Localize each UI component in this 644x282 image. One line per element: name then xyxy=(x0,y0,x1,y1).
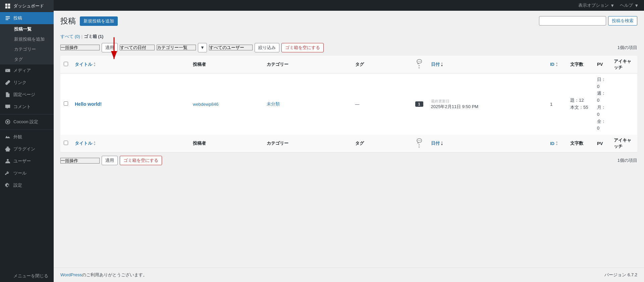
sidebar-item-users[interactable]: ユーザー xyxy=(0,155,54,167)
col-header-chars: 文字数 xyxy=(567,56,594,74)
sort-title-link[interactable]: タイトル ▲▼ xyxy=(75,61,186,67)
empty-trash-button-top[interactable]: ゴミ箱を空にする xyxy=(281,43,324,52)
chevron-down-icon: ▼ xyxy=(610,3,614,8)
empty-trash-button-bottom[interactable]: ゴミ箱を空にする xyxy=(120,156,162,165)
pages-icon xyxy=(5,92,11,98)
sidebar-item-appearance[interactable]: 外観 xyxy=(0,131,54,143)
svg-rect-3 xyxy=(8,6,10,8)
sort-arrows-comment: ▲▼ xyxy=(414,64,424,69)
sidebar-divider-1 xyxy=(0,114,54,114)
plugins-icon xyxy=(5,146,11,152)
search-bar: 投稿を検索 xyxy=(539,16,637,26)
sidebar-item-settings-label: 設定 xyxy=(13,182,22,188)
settings-icon xyxy=(5,182,11,188)
apply-button-bottom[interactable]: 適用 xyxy=(102,156,118,165)
post-title-link[interactable]: Hello world! xyxy=(75,101,102,107)
posts-table: タイトル ▲▼ 投稿者 カテゴリー タグ 💬 ▲▼ xyxy=(60,56,637,152)
sidebar-item-comments-label: コメント xyxy=(13,104,31,110)
sidebar-posts-submenu: 投稿一覧 新規投稿を追加 カテゴリー タグ xyxy=(0,24,54,64)
bulk-action-select-bottom[interactable]: 一括操作復元完全に削除する xyxy=(60,158,100,163)
sidebar: ダッシュボード 投稿 投稿一覧 新規投稿を追加 カテゴリー タグ メディア リン xyxy=(0,0,54,282)
svg-rect-0 xyxy=(5,4,7,6)
sidebar-item-collapse[interactable]: メニューを閉じる xyxy=(0,270,54,282)
sidebar-sub-item-post-list[interactable]: 投稿一覧 xyxy=(5,24,54,34)
sidebar-item-dashboard[interactable]: ダッシュボード xyxy=(0,0,54,12)
dropdown-button[interactable]: ▼ xyxy=(198,43,207,52)
row-author-cell: webdewp846 xyxy=(190,73,263,135)
sidebar-item-links-label: リンク xyxy=(13,80,26,86)
col-header-title: タイトル ▲▼ xyxy=(71,56,190,74)
row-title-cell: Hello world! xyxy=(71,73,190,135)
sort-arrows-title-footer: ▲▼ xyxy=(93,141,96,146)
bottom-toolbar: 一括操作復元完全に削除する 適用 ゴミ箱を空にする 1個の項目 xyxy=(60,156,637,165)
row-category-cell: 未分類 xyxy=(263,73,352,135)
date-value: 2025年2月11日 9:50 PM xyxy=(431,104,479,109)
sidebar-item-links[interactable]: リンク xyxy=(0,77,54,89)
col-footer-checkbox xyxy=(60,135,71,152)
date-filter-wrapper: すべての日付2025年2月 xyxy=(120,45,155,50)
sidebar-item-cocoon[interactable]: Cocoon 設定 xyxy=(0,116,54,128)
col-header-date: 日付 ▲▼ xyxy=(428,56,547,74)
sidebar-item-pages-label: 固定ページ xyxy=(13,92,35,98)
filter-tab-all[interactable]: すべて (0) xyxy=(60,34,80,40)
author-link[interactable]: webdewp846 xyxy=(193,102,219,107)
filter-tab-trash[interactable]: ゴミ箱 (1) xyxy=(84,34,104,40)
add-new-post-button[interactable]: 新規投稿を追加 xyxy=(80,16,118,26)
appearance-icon xyxy=(5,134,11,140)
bulk-action-select[interactable]: 一括操作復元完全に削除する xyxy=(60,45,100,50)
sidebar-item-media[interactable]: メディア xyxy=(0,64,54,77)
sidebar-item-plugins[interactable]: プラグイン xyxy=(0,143,54,155)
sort-date-link[interactable]: 日付 ▲▼ xyxy=(431,61,544,67)
user-filter-select[interactable]: すべてのユーザー xyxy=(209,45,253,50)
sidebar-sub-item-add-post[interactable]: 新規投稿を追加 xyxy=(5,34,54,44)
sidebar-item-posts[interactable]: 投稿 xyxy=(0,12,54,24)
sidebar-item-tools[interactable]: ツール xyxy=(0,167,54,179)
table-footer-row: タイトル ▲▼ 投稿者 カテゴリー タグ 💬 ▲▼ xyxy=(60,135,637,152)
sidebar-item-pages[interactable]: 固定ページ xyxy=(0,89,54,101)
select-all-checkbox[interactable] xyxy=(64,62,68,66)
sort-date-footer-link[interactable]: 日付 ▲▼ xyxy=(431,140,544,146)
category-link[interactable]: 未分類 xyxy=(267,101,280,106)
footer-thanks: WordPressのご利用ありがとうございます。 xyxy=(60,272,147,278)
sort-arrows-title: ▲▼ xyxy=(93,62,96,67)
table-row: Hello world! webdewp846 未分類 — 1 xyxy=(60,73,637,135)
sidebar-item-media-label: メディア xyxy=(13,67,31,74)
sidebar-item-users-label: ユーザー xyxy=(13,158,31,164)
collapse-icon xyxy=(5,273,11,279)
tools-icon xyxy=(5,170,11,176)
sidebar-item-collapse-label: メニューを閉じる xyxy=(13,273,48,279)
search-input[interactable] xyxy=(539,16,606,26)
sort-title-footer-link[interactable]: タイトル ▲▼ xyxy=(75,140,186,146)
cocoon-icon xyxy=(5,119,11,125)
table-header-row: タイトル ▲▼ 投稿者 カテゴリー タグ 💬 ▲▼ xyxy=(60,56,637,74)
sort-arrows-date: ▲▼ xyxy=(441,62,443,67)
row-checkbox[interactable] xyxy=(64,101,68,106)
sidebar-item-comments[interactable]: コメント xyxy=(0,101,54,113)
search-button[interactable]: 投稿を検索 xyxy=(608,16,637,26)
col-footer-title: タイトル ▲▼ xyxy=(71,135,190,152)
row-date-cell: 最終更新日 2025年2月11日 9:50 PM xyxy=(428,73,547,135)
col-header-tag: タグ xyxy=(352,56,411,74)
display-options-button[interactable]: 表示オプション ▼ xyxy=(578,2,614,8)
topbar: 表示オプション ▼ ヘルプ ▼ xyxy=(54,0,644,11)
category-filter-select[interactable]: カテゴリー一覧未分類 xyxy=(157,45,196,50)
sidebar-item-dashboard-label: ダッシュボード xyxy=(13,3,44,9)
sidebar-item-settings[interactable]: 設定 xyxy=(0,179,54,191)
svg-rect-7 xyxy=(7,147,8,148)
filter-tabs: すべて (0) | ゴミ箱 (1) xyxy=(60,34,637,40)
date-filter-select[interactable]: すべての日付2025年2月 xyxy=(120,45,155,50)
col-footer-id: ID ▲▼ xyxy=(547,135,567,152)
wordpress-link[interactable]: WordPress xyxy=(60,272,82,277)
comment-badge: 1 xyxy=(415,101,423,107)
sidebar-sub-item-categories[interactable]: カテゴリー xyxy=(5,44,54,54)
select-all-footer-checkbox[interactable] xyxy=(64,141,68,145)
help-button[interactable]: ヘルプ ▼ xyxy=(620,2,639,8)
sort-id-footer-link[interactable]: ID ▲▼ xyxy=(550,141,564,146)
media-icon xyxy=(5,67,11,74)
sort-id-link[interactable]: ID ▲▼ xyxy=(550,62,564,67)
apply-button[interactable]: 適用 xyxy=(102,43,118,52)
filter-button[interactable]: 絞り込み xyxy=(255,43,279,52)
sidebar-item-cocoon-label: Cocoon 設定 xyxy=(13,119,38,125)
sidebar-sub-item-tags[interactable]: タグ xyxy=(5,54,54,64)
sort-arrows-id-footer: ▲▼ xyxy=(555,141,558,146)
